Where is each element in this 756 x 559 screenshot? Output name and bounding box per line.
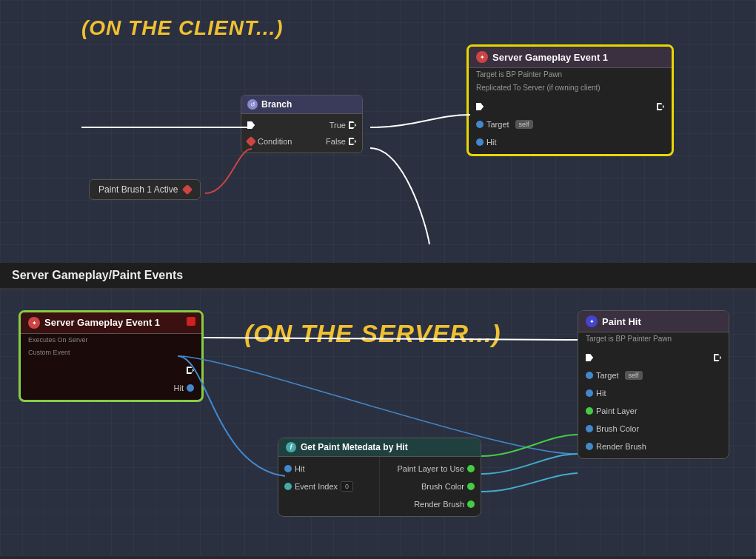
- paint-hit-exec-in: [586, 354, 593, 361]
- server-event-node-bottom: ✦ Server Gameplay Event 1 Executes On Se…: [19, 310, 204, 402]
- paint-hit-hit-pin: [586, 389, 593, 397]
- branch-node: ↺ Branch True Condition False: [241, 95, 363, 153]
- server-event-top-exec-in: [476, 103, 484, 110]
- get-paint-hit-label: Hit: [295, 464, 304, 473]
- branch-title: Branch: [261, 99, 292, 110]
- get-paint-brushcolor-row: Brush Color: [380, 478, 481, 495]
- get-paint-renderbrush-row: Render Brush: [380, 495, 481, 513]
- paint-hit-target-row: Target self: [578, 366, 729, 384]
- server-event-bottom-red-square: [187, 317, 195, 326]
- paint-hit-brushcolor-label: Brush Color: [596, 424, 639, 433]
- branch-false-label: False: [326, 137, 346, 146]
- branch-false-pin: [349, 138, 356, 145]
- server-event-top-title: Server Gameplay Event 1: [492, 52, 608, 63]
- paint-hit-icon: ✦: [586, 315, 598, 327]
- get-paint-index-badge: 0: [341, 481, 353, 492]
- server-event-bottom-subtitle1: Executes On Server: [21, 334, 201, 347]
- panel-header: Server Gameplay/Paint Events: [0, 263, 756, 289]
- branch-exec-in-pin: [247, 121, 255, 129]
- get-paint-body: Hit Event Index 0 Paint Layer to Use Bru…: [278, 457, 481, 516]
- get-paint-renderbrush-label: Render Brush: [414, 500, 464, 509]
- get-paint-hit-pin: [284, 465, 292, 472]
- paint-hit-renderbrush-row: Render Brush: [578, 438, 729, 455]
- client-label: (ON THE CLIENT...): [81, 16, 284, 40]
- server-event-top-hit-label: Hit: [486, 138, 496, 147]
- server-event-bottom-icon: ✦: [28, 317, 40, 329]
- branch-body: True Condition False: [241, 114, 362, 153]
- paint-hit-hit-label: Hit: [596, 389, 606, 398]
- paint-hit-brushcolor-pin: [586, 425, 593, 432]
- get-paint-paintlayertouse-label: Paint Layer to Use: [398, 464, 465, 473]
- get-paint-right: Paint Layer to Use Brush Color Render Br…: [380, 457, 481, 516]
- server-event-bottom-header: ✦ Server Gameplay Event 1: [21, 312, 201, 334]
- paint-hit-paintlayer-label: Paint Layer: [596, 406, 638, 415]
- server-event-top-subtitle1: Target is BP Painter Pawn: [469, 68, 672, 81]
- get-paint-header: f Get Paint Metedata by Hit: [278, 438, 481, 457]
- branch-condition-label: Condition: [258, 137, 292, 146]
- paint-hit-exec-row: [578, 349, 729, 366]
- server-event-bottom-title: Server Gameplay Event 1: [44, 317, 160, 328]
- server-event-top-body: Target self Hit: [469, 95, 672, 154]
- get-paint-renderbrush-pin: [467, 501, 475, 508]
- server-event-bottom-hit-pin: [187, 384, 194, 392]
- paint-brush-node: Paint Brush 1 Active: [89, 179, 201, 200]
- paint-hit-paintlayer-row: Paint Layer: [578, 402, 729, 420]
- server-event-top-hit-row: Hit: [469, 133, 672, 151]
- paint-hit-paintlayer-pin: [586, 407, 593, 415]
- paint-hit-title: Paint Hit: [602, 316, 641, 327]
- get-paint-paintlayertouse-row: Paint Layer to Use: [380, 460, 481, 478]
- branch-true-pin: [349, 121, 356, 129]
- panel-title: Server Gameplay/Paint Events: [12, 269, 183, 282]
- server-event-top-target-row: Target self: [469, 116, 672, 133]
- server-event-bottom-exec-out: [187, 366, 194, 374]
- server-event-top-icon: ✦: [476, 51, 488, 63]
- server-event-bottom-hit-row: Hit: [21, 379, 201, 397]
- paint-hit-brushcolor-row: Brush Color: [578, 420, 729, 438]
- branch-condition-row: Condition False: [241, 133, 362, 150]
- paint-hit-exec-out: [714, 354, 721, 361]
- paint-hit-target-pin: [586, 372, 593, 379]
- paint-hit-renderbrush-pin: [586, 443, 593, 450]
- server-event-bottom-exec-row: [21, 361, 201, 379]
- server-event-bottom-subtitle2: Custom Event: [21, 347, 201, 359]
- branch-icon: ↺: [247, 99, 258, 110]
- paint-brush-pin: [182, 184, 193, 195]
- server-event-top-subtitle2: Replicated To Server (if owning client): [469, 81, 672, 95]
- bottom-canvas: (ON THE SERVER...) ✦ Server Gameplay Eve…: [0, 289, 756, 556]
- branch-condition-pin: [246, 136, 256, 147]
- server-event-top-hit-pin: [476, 138, 484, 146]
- get-paint-brushcolor-label: Brush Color: [421, 482, 464, 491]
- get-paint-icon: f: [286, 442, 296, 452]
- get-paint-eventindex-row: Event Index 0: [278, 478, 379, 495]
- server-event-top-header: ✦ Server Gameplay Event 1: [469, 47, 672, 68]
- paint-hit-self-badge: self: [625, 371, 643, 380]
- server-event-top-target-label: Target: [486, 120, 509, 129]
- get-paint-paintlayertouse-pin: [467, 465, 475, 472]
- paint-hit-subtitle: Target is BP Painter Pawn: [578, 332, 729, 346]
- get-paint-brushcolor-pin: [467, 483, 475, 490]
- server-event-bottom-hit-label: Hit: [174, 384, 184, 392]
- branch-node-header: ↺ Branch: [241, 96, 362, 114]
- server-event-node-top: ✦ Server Gameplay Event 1 Target is BP P…: [466, 44, 674, 156]
- bottom-panel: Server Gameplay/Paint Events (ON THE SER…: [0, 263, 756, 559]
- server-label: (ON THE SERVER...): [244, 319, 501, 348]
- paint-hit-target-label: Target: [596, 371, 619, 380]
- server-event-top-self-badge: self: [515, 120, 533, 129]
- server-event-top-exec-row: [469, 98, 672, 116]
- paint-hit-header: ✦ Paint Hit: [578, 311, 729, 332]
- server-event-top-target-pin: [476, 121, 484, 128]
- server-event-top-exec-out: [657, 103, 664, 110]
- get-paint-eventindex-pin: [284, 483, 292, 490]
- paint-hit-node: ✦ Paint Hit Target is BP Painter Pawn Ta…: [578, 310, 729, 459]
- branch-true-label: True: [330, 121, 346, 130]
- get-paint-left: Hit Event Index 0: [278, 457, 380, 516]
- branch-exec-row: True: [241, 117, 362, 133]
- paint-hit-hit-row: Hit: [578, 384, 729, 402]
- get-paint-hit-row: Hit: [278, 460, 379, 478]
- paint-hit-body: Target self Hit Paint Layer: [578, 346, 729, 458]
- paint-brush-label: Paint Brush 1 Active: [98, 184, 178, 195]
- top-panel: (ON THE CLIENT...) ↺ Branch True Conditi…: [0, 0, 756, 263]
- get-paint-eventindex-label: Event Index: [295, 482, 338, 491]
- get-paint-node: f Get Paint Metedata by Hit Hit Event In…: [278, 438, 481, 517]
- paint-hit-renderbrush-label: Render Brush: [596, 442, 646, 451]
